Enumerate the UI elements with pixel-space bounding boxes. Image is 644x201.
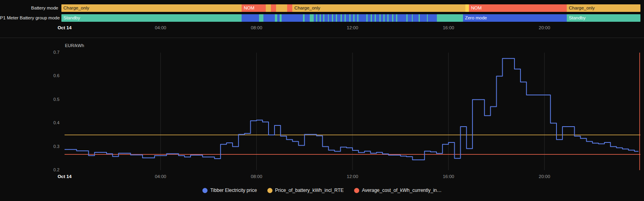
timeline-segment-zero-mode[interactable]: Zero mode [463, 14, 567, 22]
price-chart-plot[interactable] [65, 53, 640, 170]
y-axis-unit-label: EUR/kWh [65, 43, 84, 48]
timeline-stripe[interactable] [383, 14, 385, 22]
timeline-stripe[interactable] [303, 14, 305, 22]
legend-item-price-of-battery-kwh-incl-rte[interactable]: Price_of_battery_kWh_incl_RTE [267, 188, 344, 193]
tibber-electricity-price-line [65, 59, 638, 160]
timeline-stripe[interactable] [375, 14, 376, 22]
axis-tick-04-00: 04:00 [155, 25, 166, 30]
y-axis-tick-0-4: 0.4 [0, 120, 59, 125]
timeline-stripe[interactable] [427, 14, 428, 22]
timeline-segment-amber[interactable] [276, 4, 287, 12]
timeline-segment-label: Standby [567, 14, 640, 22]
axis-tick-16-00: 16:00 [443, 25, 454, 30]
timeline-segment-amber[interactable] [266, 4, 271, 12]
timeline-segment-label: NOM [242, 4, 266, 12]
timeline-stripe[interactable] [310, 14, 314, 22]
timeline-stripe[interactable] [349, 14, 351, 22]
timeline-bar-battery-mode[interactable]: Charge_onlyNOMCharge_onlyNOMCharge_only [61, 4, 640, 12]
price-chart-svg [65, 53, 640, 170]
timeline-row-p1-meter-battery-group-mode: P1 Meter Battery group mode StandbyZero … [0, 14, 644, 22]
axis-tick-08-00: 08:00 [251, 25, 262, 30]
timeline-segment-amber_bright[interactable] [465, 4, 469, 12]
timeline-stripe[interactable] [379, 14, 381, 22]
timeline-segment-label: Charge_only [292, 4, 465, 12]
legend-dot-icon [202, 188, 208, 193]
timeline-time-axis: Oct 1404:0008:0012:0016:0020:00 [65, 25, 640, 31]
timeline-segment-label: Charge_only [567, 4, 640, 12]
timeline-segment-standby[interactable]: Standby [567, 14, 640, 22]
timeline-stripe[interactable] [345, 14, 346, 22]
legend-item-tibber-electricity-price[interactable]: Tibber Electricity price [202, 188, 257, 193]
timeline-segment-standby[interactable]: Standby [61, 14, 242, 22]
timeline-row-battery-mode: Battery mode Charge_onlyNOMCharge_onlyNO… [0, 4, 644, 12]
timeline-stripe[interactable] [259, 14, 264, 22]
timeline-stripe[interactable] [323, 14, 324, 22]
axis-tick-oct-14: Oct 14 [57, 174, 71, 179]
legend-label: Price_of_battery_kWh_incl_RTE [275, 188, 344, 193]
state-timeline-card: Battery mode Charge_onlyNOMCharge_onlyNO… [0, 0, 644, 38]
timeline-stripe[interactable] [316, 14, 317, 22]
axis-tick-20-00: 20:00 [539, 174, 550, 179]
y-axis-tick-0-7: 0.7 [0, 50, 59, 55]
legend-dot-icon [267, 188, 272, 193]
y-axis-tick-0-3: 0.3 [0, 144, 59, 149]
y-axis: 0.70.60.50.40.30.2 [0, 38, 61, 201]
chart-legend: Tibber Electricity pricePrice_of_battery… [0, 188, 644, 193]
timeline-segment-charge-only[interactable]: Charge_only [567, 4, 640, 12]
timeline-stripe[interactable] [366, 14, 368, 22]
y-axis-tick-0-6: 0.6 [0, 73, 59, 78]
timeline-segment-label: NOM [469, 4, 567, 12]
timeline-bar-p1-meter-battery-group-mode[interactable]: StandbyZero modeStandby [61, 14, 640, 22]
timeline-segment-nom[interactable]: NOM [469, 4, 567, 12]
timeline-segment-label: Standby [61, 14, 242, 22]
y-axis-tick-0-2: 0.2 [0, 167, 59, 172]
timeline-stripe[interactable] [320, 14, 321, 22]
timeline-stripe[interactable] [341, 14, 342, 22]
timeline-segment-nom[interactable]: NOM [242, 4, 266, 12]
price-chart-card: EUR/kWh 0.70.60.50.40.30.2 Oct 1404:0008… [0, 38, 644, 201]
axis-tick-12-00: 12:00 [347, 25, 358, 30]
legend-label: Average_cost_of_kWh_currently_in… [362, 188, 442, 193]
timeline-stripe[interactable] [353, 14, 354, 22]
axis-tick-oct-14: Oct 14 [57, 25, 71, 30]
timeline-stripe[interactable] [406, 14, 408, 22]
timeline-segment-teal[interactable] [437, 14, 463, 22]
timeline-stripe[interactable] [419, 14, 420, 22]
timeline-stripe[interactable] [328, 14, 329, 22]
axis-tick-12-00: 12:00 [347, 174, 358, 179]
timeline-segment-red[interactable] [271, 4, 276, 12]
y-axis-tick-0-5: 0.5 [0, 97, 59, 102]
timeline-stripe[interactable] [412, 14, 413, 22]
legend-label: Tibber Electricity price [210, 188, 257, 193]
axis-tick-20-00: 20:00 [539, 25, 550, 30]
timeline-segment-charge-only[interactable]: Charge_only [61, 4, 242, 12]
timeline-segment-charge-only[interactable]: Charge_only [292, 4, 465, 12]
timeline-stripe[interactable] [387, 14, 389, 22]
timeline-stripe[interactable] [336, 14, 337, 22]
timeline-label-p1-meter-battery-group-mode: P1 Meter Battery group mode [0, 14, 61, 22]
timeline-stripe[interactable] [275, 14, 277, 22]
timeline-stripe[interactable] [280, 14, 281, 22]
timeline-stripe[interactable] [357, 14, 358, 22]
dashboard: Battery mode Charge_onlyNOMCharge_onlyNO… [0, 0, 644, 201]
legend-item-average-cost-of-kwh-currently-in[interactable]: Average_cost_of_kWh_currently_in… [354, 188, 442, 193]
axis-tick-08-00: 08:00 [251, 174, 262, 179]
timeline-stripe[interactable] [332, 14, 333, 22]
timeline-segment-label: Zero mode [463, 14, 567, 22]
timeline-segment-label: Charge_only [61, 4, 242, 12]
axis-tick-04-00: 04:00 [155, 174, 166, 179]
timeline-stripe[interactable] [392, 14, 393, 22]
timeline-segment-red[interactable] [287, 4, 292, 12]
chart-time-axis: Oct 1404:0008:0012:0016:0020:00 [65, 174, 640, 180]
timeline-label-battery-mode: Battery mode [0, 4, 61, 12]
timeline-stripe[interactable] [371, 14, 372, 22]
timeline-stripe[interactable] [396, 14, 397, 22]
legend-dot-icon [354, 188, 359, 193]
axis-tick-16-00: 16:00 [443, 174, 454, 179]
